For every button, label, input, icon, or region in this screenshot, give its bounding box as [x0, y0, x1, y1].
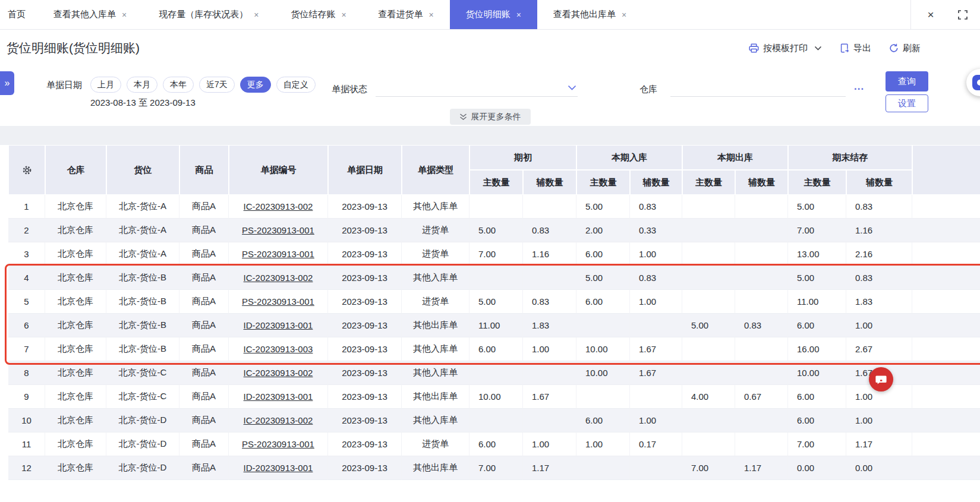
- cell-qty: 6.00: [576, 409, 630, 432]
- chat-support-button[interactable]: [869, 367, 893, 392]
- ellipsis-icon[interactable]: ...: [854, 81, 864, 97]
- cell-qty: [735, 432, 788, 456]
- cell-qty: [469, 361, 523, 385]
- column-header: 单据日期: [328, 145, 402, 195]
- tab-item[interactable]: 首页: [0, 0, 37, 29]
- doc-link[interactable]: ID-20230913-001: [244, 463, 313, 473]
- doc-link[interactable]: ID-20230913-001: [244, 320, 313, 330]
- refresh-button[interactable]: 刷新: [889, 43, 921, 54]
- cell-qty: 7.00: [682, 456, 735, 480]
- doc-link[interactable]: PS-20230913-001: [242, 296, 314, 307]
- tab-close-icon[interactable]: ×: [122, 10, 127, 20]
- cell-qty: 5.00: [469, 290, 523, 314]
- doc-link[interactable]: ID-20230913-001: [244, 392, 313, 402]
- doc-link[interactable]: IC-20230913-002: [244, 201, 313, 211]
- close-icon[interactable]: ×: [922, 6, 940, 24]
- cell-qty: [682, 432, 735, 456]
- tab-item-active[interactable]: 货位明细账×: [450, 0, 537, 29]
- tab-close-icon[interactable]: ×: [622, 10, 626, 20]
- cell-doc-type: 进货单: [402, 432, 469, 456]
- cell-qty: 1.83: [523, 314, 576, 337]
- cell-doc-type: 其他出库单: [402, 314, 469, 337]
- cell-qty: 5.00: [576, 195, 630, 219]
- double-chevron-right-icon[interactable]: »: [0, 71, 14, 95]
- column-header: 商品: [179, 145, 229, 195]
- cell-qty: [469, 195, 523, 219]
- doc-link[interactable]: PS-20230913-001: [242, 225, 314, 235]
- cell-qty: 1.17: [523, 456, 576, 480]
- cell-qty: 1.00: [630, 409, 682, 432]
- doc-link[interactable]: IC-20230913-002: [244, 415, 313, 425]
- column-settings-gear[interactable]: [8, 145, 45, 195]
- cell-doc-date: 2023-09-13: [328, 432, 402, 456]
- expand-more-conditions[interactable]: 展开更多条件: [450, 109, 531, 125]
- date-chip[interactable]: 本年: [163, 77, 194, 93]
- cell-qty: 5.00: [576, 266, 630, 290]
- tab-item[interactable]: 查看进货单×: [363, 0, 450, 29]
- cell-qty: 0.17: [630, 432, 682, 456]
- cell-qty: 1.00: [523, 337, 576, 361]
- chevron-down-icon[interactable]: [814, 46, 822, 51]
- tab-item[interactable]: 查看其他入库单×: [37, 0, 143, 29]
- tab-close-icon[interactable]: ×: [516, 10, 521, 20]
- table-body: 1北京仓库北京-货位-A商品AIC-20230913-0022023-09-13…: [8, 195, 980, 480]
- export-button[interactable]: 导出: [840, 43, 871, 54]
- cell-qty: 0.83: [735, 314, 788, 337]
- tab-item[interactable]: 货位结存账×: [275, 0, 362, 29]
- doc-link[interactable]: PS-20230913-001: [242, 249, 314, 259]
- tab-close-icon[interactable]: ×: [254, 10, 259, 20]
- cell-warehouse: 北京仓库: [45, 337, 106, 361]
- cell-product: 商品A: [179, 432, 229, 456]
- tab-item[interactable]: 现存量（库存状况表）×: [143, 0, 275, 29]
- cell-qty: 10.00: [469, 385, 523, 409]
- cell-qty: 0.67: [735, 385, 788, 409]
- doc-link[interactable]: PS-20230913-001: [242, 439, 314, 449]
- column-subheader: 主数量: [576, 170, 630, 195]
- cell-qty: 0.83: [846, 195, 912, 219]
- date-range-value[interactable]: 2023-08-13 至 2023-09-13: [90, 97, 316, 109]
- date-chip[interactable]: 更多: [240, 77, 271, 93]
- cell-qty: [630, 385, 682, 409]
- doc-link[interactable]: IC-20230913-002: [244, 273, 313, 283]
- cell-qty: 6.00: [469, 432, 523, 456]
- table-row: 11北京仓库北京-货位-D商品APS-20230913-0012023-09-1…: [8, 432, 980, 456]
- doc-status-select[interactable]: [376, 81, 578, 97]
- page-title: 货位明细账(货位明细账): [7, 40, 140, 56]
- table-row: 9北京仓库北京-货位-C商品AID-20230913-0012023-09-13…: [8, 385, 980, 409]
- doc-link[interactable]: IC-20230913-003: [244, 344, 313, 354]
- date-chip[interactable]: 本月: [127, 77, 157, 93]
- query-button[interactable]: 查询: [886, 71, 928, 91]
- warehouse-input[interactable]: [670, 81, 846, 97]
- cell-qty: 6.00: [788, 314, 846, 337]
- date-chip[interactable]: 近7天: [199, 77, 235, 93]
- print-by-template-button[interactable]: 按模板打印: [749, 43, 822, 54]
- date-chip[interactable]: 上月: [90, 77, 121, 93]
- tab-close-icon[interactable]: ×: [429, 10, 434, 20]
- cell-qty: [682, 219, 735, 242]
- cell-product: 商品A: [179, 385, 229, 409]
- doc-status-filter: 单据状态: [332, 81, 578, 97]
- column-header: 单据编号: [229, 145, 328, 195]
- cell-doc-type: 其他入库单: [402, 195, 469, 219]
- tab-label: 首页: [8, 9, 26, 20]
- cell-doc-type: 其他出库单: [402, 456, 469, 480]
- cell-doc-date: 2023-09-13: [328, 266, 402, 290]
- date-chip[interactable]: 自定义: [276, 77, 316, 93]
- tab-item[interactable]: 查看其他出库单×: [537, 0, 642, 29]
- tab-close-icon[interactable]: ×: [341, 10, 346, 20]
- cell-qty: 5.00: [469, 219, 523, 242]
- settings-button[interactable]: 设置: [886, 94, 928, 112]
- cell-qty: [735, 290, 788, 314]
- fullscreen-icon[interactable]: [954, 6, 972, 24]
- section-divider: [0, 126, 980, 145]
- cell-doc-date: 2023-09-13: [328, 337, 402, 361]
- doc-link[interactable]: IC-20230913-002: [244, 368, 313, 378]
- cell-qty: 7.00: [469, 242, 523, 266]
- cell-product: 商品A: [179, 290, 229, 314]
- cell-row-number: 2: [8, 219, 45, 242]
- cell-qty: 1.83: [846, 290, 912, 314]
- cell-doc-type: 进货单: [402, 242, 469, 266]
- ledger-table: 仓库货位商品单据编号单据日期单据类型期初本期入库本期出库期末结存主数量辅数量主数…: [8, 145, 980, 480]
- cell-qty: [682, 290, 735, 314]
- cell-product: 商品A: [179, 219, 229, 242]
